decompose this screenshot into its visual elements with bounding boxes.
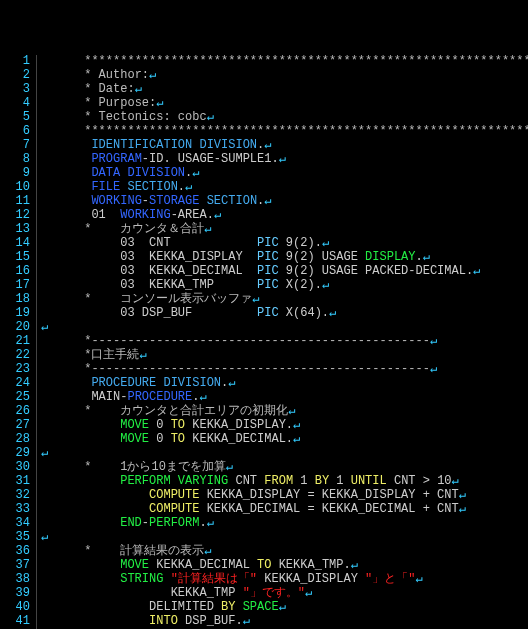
token: SPACE [243,600,279,614]
token: PIC [257,306,279,320]
token: STORAGE [149,194,199,208]
token: 03 KEKKA_DECIMAL [120,264,257,278]
eol-icon: ↵ [473,264,480,278]
code-line[interactable]: DELIMITED BY SPACE↵ [41,601,528,615]
token: -ID. USAGE-SUMPLE1. [142,152,279,166]
token: * カウンタ＆合計 [84,222,204,236]
token: IDENTIFICATION [91,138,192,152]
token: DIVISION [127,166,185,180]
token: DATA [91,166,120,180]
token: TO [171,418,185,432]
token: 1 [329,474,351,488]
code-line[interactable]: PROCEDURE DIVISION.↵ [41,377,528,391]
eol-icon: ↵ [305,586,312,600]
code-line[interactable]: FILE SECTION.↵ [41,181,528,195]
token: . [178,180,185,194]
eol-icon: ↵ [214,208,221,222]
code-line[interactable]: ****************************************… [41,55,528,69]
token [163,572,170,586]
eol-icon: ↵ [199,390,206,404]
line-number: 37 [0,559,30,573]
eol-icon: ↵ [322,236,329,250]
token [199,194,206,208]
token: 0 [149,418,171,432]
eol-icon: ↵ [452,474,459,488]
line-number: 29 [0,447,30,461]
code-line[interactable]: END-PERFORM.↵ [41,517,528,531]
token: * 計算結果の表示 [84,544,204,558]
token: DIVISION [199,138,257,152]
token: . [199,516,206,530]
token: "」です。" [243,586,305,600]
token: 9(2). [279,236,322,250]
code-line[interactable]: * Date:↵ [41,83,528,97]
code-line[interactable]: COMPUTE KEKKA_DECIMAL = KEKKA_DECIMAL + … [41,503,528,517]
token [171,474,178,488]
code-line[interactable]: 03 KEKKA_DECIMAL PIC 9(2) USAGE PACKED-D… [41,265,528,279]
eol-icon: ↵ [207,110,214,124]
token: KEKKA_DECIMAL = KEKKA_DECIMAL + CNT [199,502,458,516]
code-area[interactable]: ****************************************… [37,55,528,629]
code-line[interactable]: 03 KEKKA_TMP PIC X(2).↵ [41,279,528,293]
line-number: 2 [0,69,30,83]
code-line[interactable]: IDENTIFICATION DIVISION.↵ [41,139,528,153]
line-number: 28 [0,433,30,447]
code-line[interactable]: * Purpose:↵ [41,97,528,111]
code-line[interactable]: MOVE 0 TO KEKKA_DISPLAY.↵ [41,419,528,433]
token: END [120,516,142,530]
token: KEKKA_DECIMAL. [185,432,293,446]
code-line[interactable]: 03 CNT PIC 9(2).↵ [41,237,528,251]
eol-icon: ↵ [288,404,295,418]
token: PERFORM [120,474,170,488]
code-line[interactable]: * Tectonics: cobc↵ [41,111,528,125]
code-line[interactable]: WORKING-STORAGE SECTION.↵ [41,195,528,209]
code-line[interactable]: STRING "計算結果は「" KEKKA_DISPLAY "」と「"↵ [41,573,528,587]
code-line[interactable]: * コンソール表示バッファ↵ [41,293,528,307]
eol-icon: ↵ [415,572,422,586]
line-number: 41 [0,615,30,629]
code-line[interactable]: * 1から10までを加算↵ [41,461,528,475]
token: MOVE [120,558,149,572]
token: PROCEDURE [91,376,156,390]
token: COMPUTE [149,502,199,516]
code-line[interactable]: MOVE 0 TO KEKKA_DECIMAL.↵ [41,433,528,447]
code-line[interactable]: DATA DIVISION.↵ [41,167,528,181]
code-line[interactable]: * 計算結果の表示↵ [41,545,528,559]
eol-icon: ↵ [41,446,48,460]
code-line[interactable]: ↵ [41,321,528,335]
token: * コンソール表示バッファ [84,292,252,306]
token: 03 CNT [120,236,257,250]
eol-icon: ↵ [41,530,48,544]
code-line[interactable]: * Author:↵ [41,69,528,83]
code-line[interactable]: PERFORM VARYING CNT FROM 1 BY 1 UNTIL CN… [41,475,528,489]
eol-icon: ↵ [351,558,358,572]
token: "計算結果は「" [171,572,257,586]
code-line[interactable]: *口主手続↵ [41,349,528,363]
line-number: 15 [0,251,30,265]
code-line[interactable]: 03 KEKKA_DISPLAY PIC 9(2) USAGE DISPLAY.… [41,251,528,265]
code-line[interactable]: * カウンタと合計エリアの初期化↵ [41,405,528,419]
token: DIVISION [163,376,221,390]
line-number: 22 [0,349,30,363]
code-line[interactable]: COMPUTE KEKKA_DISPLAY = KEKKA_DISPLAY + … [41,489,528,503]
eol-icon: ↵ [204,544,211,558]
token: CNT > 10 [387,474,452,488]
token: MAIN- [91,390,127,404]
eol-icon: ↵ [264,138,271,152]
code-line[interactable]: * カウンタ＆合計↵ [41,223,528,237]
line-number: 8 [0,153,30,167]
eol-icon: ↵ [228,376,235,390]
token: * 1から10までを加算 [84,460,226,474]
token: FILE [91,180,120,194]
code-line[interactable]: KEKKA_TMP "」です。"↵ [41,587,528,601]
code-line[interactable]: *---------------------------------------… [41,363,528,377]
token: TO [257,558,271,572]
code-line[interactable]: 03 DSP_BUF PIC X(64).↵ [41,307,528,321]
code-line[interactable]: INTO DSP_BUF.↵ [41,615,528,629]
line-number: 26 [0,405,30,419]
line-number: 1 [0,55,30,69]
token: 01 [91,208,120,222]
code-line[interactable]: PROGRAM-ID. USAGE-SUMPLE1.↵ [41,153,528,167]
code-line[interactable]: ****************************************… [41,125,528,139]
code-line[interactable]: ↵ [41,447,528,461]
